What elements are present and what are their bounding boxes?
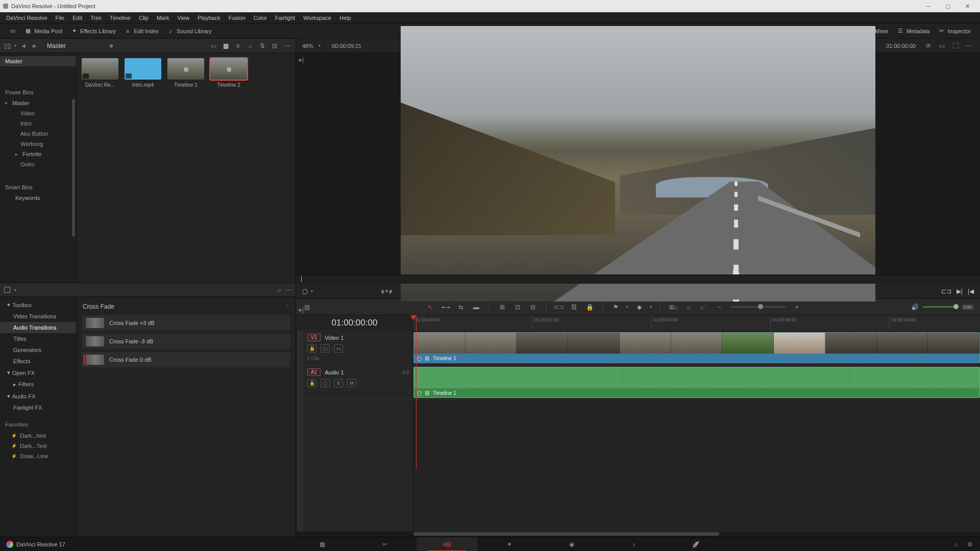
zoom-out-icon[interactable]: − bbox=[715, 303, 724, 312]
track-disable-icon[interactable]: ▭ bbox=[334, 344, 343, 353]
video-lane[interactable]: ▢⛓Timeline 1 bbox=[413, 331, 980, 365]
sort-icon[interactable]: ⊟ bbox=[270, 41, 279, 51]
viewer-zoom[interactable]: 48% bbox=[302, 43, 313, 49]
next-marker-icon[interactable]: ▸ bbox=[389, 290, 392, 292]
favorite-item-2[interactable]: ⚡Draw...Line bbox=[0, 451, 76, 461]
record-timecode[interactable]: 01:00:00:00 bbox=[886, 43, 916, 49]
timeline-ruler[interactable]: 01:00:00:00 01:00:02:00 01:00:04:00 01:0… bbox=[413, 315, 980, 331]
window-close-button[interactable]: ✕ bbox=[958, 0, 977, 12]
bin-breadcrumb[interactable]: Master bbox=[47, 42, 66, 49]
transform-overlay-icon[interactable]: ▢ bbox=[302, 288, 308, 295]
insert-clip-icon[interactable]: ⊞ bbox=[498, 303, 507, 312]
track-lock-icon[interactable]: 🔓 bbox=[307, 379, 316, 387]
zoom-custom-icon[interactable]: ⌕⁺ bbox=[699, 303, 708, 312]
page-color[interactable]: ◉ bbox=[541, 537, 602, 552]
favorite-item-1[interactable]: ⚡Dark...Text bbox=[0, 441, 76, 451]
fx-fairlight[interactable]: Fairlight FX bbox=[0, 402, 76, 413]
link-icon[interactable]: ⛓ bbox=[570, 303, 579, 312]
fx-generators[interactable]: Generators bbox=[0, 344, 76, 356]
zoom-dropdown-icon[interactable]: ▾ bbox=[318, 43, 321, 48]
video-clip[interactable]: ▢⛓Timeline 1 bbox=[413, 332, 980, 363]
page-deliver[interactable]: 🚀 bbox=[666, 537, 727, 552]
menu-playback[interactable]: Playback bbox=[193, 14, 225, 22]
snap-icon[interactable]: ⊂⊃ bbox=[554, 303, 564, 312]
bin-list-icon[interactable]: ▯▯ bbox=[4, 42, 11, 49]
bin-fortnite[interactable]: ▸Fortnite bbox=[0, 149, 76, 159]
viewer-scrubber[interactable] bbox=[296, 274, 980, 284]
bin-werbung[interactable]: Werbung bbox=[0, 139, 76, 149]
sound-library-toggle[interactable]: ♪Sound Library bbox=[163, 26, 216, 36]
menu-fusion[interactable]: Fusion bbox=[225, 14, 250, 22]
clip-intro[interactable]: Intro.mp4 bbox=[125, 58, 161, 88]
effects-layout-icon[interactable] bbox=[4, 287, 10, 293]
menu-trim[interactable]: Trim bbox=[86, 14, 106, 22]
edit-index-toggle[interactable]: ≡Edit Index bbox=[120, 26, 163, 36]
overwrite-clip-icon[interactable]: ⊡ bbox=[513, 303, 522, 312]
menu-color[interactable]: Color bbox=[250, 14, 271, 22]
track-lock-icon[interactable]: 🔓 bbox=[307, 344, 316, 353]
clip-timeline-1[interactable]: ▦ Timeline 1 bbox=[167, 58, 204, 88]
track-tag[interactable]: A1 bbox=[307, 368, 321, 376]
toolbox-category[interactable]: ▾Toolbox bbox=[0, 299, 76, 311]
menu-view[interactable]: View bbox=[173, 14, 193, 22]
track-mute-button[interactable]: M bbox=[347, 379, 356, 387]
prev-edit-button[interactable]: |◀ bbox=[968, 288, 974, 295]
trim-tool-icon[interactable]: ⟷ bbox=[441, 303, 450, 312]
next-edit-button[interactable]: ▶| bbox=[957, 288, 963, 295]
menu-mark[interactable]: Mark bbox=[153, 14, 173, 22]
favorite-item-0[interactable]: ⚡Dark...hird bbox=[0, 431, 76, 441]
metadata-toggle[interactable]: ☰Metadata bbox=[893, 26, 934, 36]
jump-next-edit-icon[interactable]: ▸| bbox=[299, 56, 307, 64]
prev-marker-icon[interactable]: ◂ bbox=[381, 290, 384, 292]
page-media[interactable]: ▦ bbox=[292, 537, 353, 552]
zoom-full-icon[interactable]: ⊞⌕ bbox=[669, 303, 678, 312]
effects-options-icon[interactable]: ⋯ bbox=[285, 286, 291, 293]
dim-button[interactable]: DIM bbox=[962, 304, 974, 310]
viewer-expand-icon[interactable]: ⛶ bbox=[952, 42, 961, 49]
home-button[interactable]: ⌂ bbox=[954, 541, 958, 548]
audio-lane[interactable]: ▢⛓Timeline 1 bbox=[413, 365, 980, 400]
project-settings-button[interactable]: ⚙ bbox=[967, 541, 973, 548]
match-frame-button[interactable]: ⊏⊐ bbox=[941, 288, 951, 295]
track-solo-button[interactable]: S bbox=[334, 379, 343, 387]
effects-library-toggle[interactable]: ✦Effects Library bbox=[66, 26, 120, 36]
match-frame-icon[interactable]: ▸| bbox=[299, 306, 307, 314]
zoom-detail-icon[interactable]: ⌕ bbox=[684, 303, 693, 312]
clip-davinci[interactable]: DaVinci Re... bbox=[82, 58, 118, 88]
list-strip-view-icon[interactable]: ▭ bbox=[209, 41, 218, 51]
overlay-dropdown-icon[interactable]: ▾ bbox=[311, 289, 313, 293]
effect-crossfade-minus3[interactable]: Cross Fade -3 dB bbox=[82, 334, 290, 349]
thumbnail-view-icon[interactable]: ▦ bbox=[221, 41, 230, 51]
video-track-header[interactable]: V1 Video 1 🔓 ▢ ▭ 1 Clip bbox=[303, 331, 413, 365]
track-name[interactable]: Audio 1 bbox=[325, 369, 344, 375]
single-viewer-icon[interactable]: ▭ bbox=[939, 42, 947, 49]
effects-group-crossfade[interactable]: Cross Fade ⌃ bbox=[82, 301, 290, 312]
window-minimize-button[interactable]: ─ bbox=[919, 0, 938, 12]
track-tag[interactable]: V1 bbox=[307, 334, 321, 341]
menu-davinci[interactable]: DaVinci Resolve bbox=[2, 14, 52, 22]
timeline-lanes[interactable]: ▢⛓Timeline 1 ▢⛓Timeline 1 bbox=[413, 331, 980, 532]
selection-tool-icon[interactable]: ↖ bbox=[426, 303, 435, 312]
dynamic-trim-icon[interactable]: ⇆ bbox=[456, 303, 465, 312]
openfx-category[interactable]: ▾Open FX bbox=[0, 367, 76, 379]
viewer-options-icon[interactable]: ⋯ bbox=[966, 42, 974, 49]
menu-clip[interactable]: Clip bbox=[135, 14, 153, 22]
page-fairlight[interactable]: ♪ bbox=[603, 537, 665, 552]
bin-intro[interactable]: Intro bbox=[0, 118, 76, 129]
full-screen-button[interactable]: ▭ bbox=[5, 26, 20, 36]
menu-edit[interactable]: Edit bbox=[68, 14, 86, 22]
list-view-icon[interactable]: ≡ bbox=[233, 41, 242, 51]
blade-tool-icon[interactable]: ▬ bbox=[472, 303, 481, 312]
timeline-timecode[interactable]: 01:00:00:00 bbox=[296, 315, 413, 331]
bypass-fx-icon[interactable]: ⟳ bbox=[926, 42, 934, 49]
audio-track-header[interactable]: A1 Audio 1 2.0 🔓 ▢ S M bbox=[303, 365, 413, 400]
track-destination-strip[interactable] bbox=[296, 331, 303, 532]
nav-forward-button[interactable]: ▶ bbox=[31, 42, 39, 49]
fx-video-transitions[interactable]: Video Transitions bbox=[0, 311, 76, 322]
page-edit[interactable]: ≡⊟ bbox=[416, 537, 478, 552]
menu-fairlight[interactable]: Fairlight bbox=[271, 14, 299, 22]
fx-filters[interactable]: ▸Filters bbox=[0, 379, 76, 390]
effects-search-icon[interactable]: ⌕ bbox=[278, 286, 281, 293]
nav-back-button[interactable]: ◀ bbox=[19, 42, 28, 49]
menu-timeline[interactable]: Timeline bbox=[106, 14, 135, 22]
